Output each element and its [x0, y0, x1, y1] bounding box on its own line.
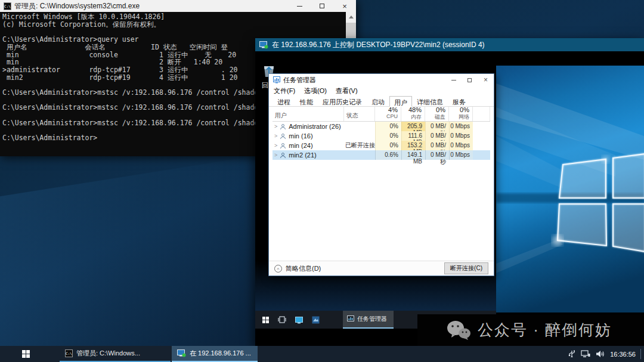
watermark: 公众号 · 醉倒何妨 [417, 314, 644, 346]
taskbar-cmd-label: 管理员: C:\Windows... [76, 349, 140, 358]
column-user[interactable]: ^ 用户 [273, 107, 344, 121]
expand-chevron-icon[interactable]: > [274, 143, 277, 148]
disk-value: 0 MB/秒 [425, 150, 449, 160]
cpu-value: 0% [375, 122, 401, 131]
user-row-administrator[interactable]: > Administrator (26) 0% 205.9 MB 0 MB/秒 … [273, 122, 490, 131]
disconnect-button[interactable]: 断开连接(C) [444, 262, 488, 274]
taskbar-rdp-label: 在 192.168.96.176 ... [190, 349, 251, 358]
volume-icon[interactable] [596, 350, 605, 358]
tab-users[interactable]: 用户 [389, 96, 412, 107]
rdp-session-icon [177, 349, 186, 357]
close-icon: × [342, 2, 347, 10]
cmd-maximize-button[interactable] [311, 0, 333, 12]
cpu-value: 0.6% [375, 150, 401, 160]
windows-logo-icon [22, 350, 30, 358]
pinned-app-icon-2[interactable] [312, 316, 320, 324]
cmd-icon: C:\ [4, 2, 11, 10]
task-manager-title: 任务管理器 [283, 76, 316, 85]
network-value: 0 Mbps [449, 131, 473, 141]
wechat-icon [446, 320, 471, 341]
memory-label: 内存 [404, 113, 422, 121]
memory-total-pct: 48% [404, 106, 422, 113]
details-toggle[interactable]: ^ 简略信息(D) [274, 264, 321, 273]
user-row-min16[interactable]: > min (16) 0% 111.6 MB 0 MB/秒 0 Mbps [273, 131, 490, 141]
taskmgr-close-button[interactable]: × [478, 74, 494, 86]
rdp-window-title: 在 192.168.96.176 上控制 DESKTOP-19BPV22\min… [272, 40, 485, 50]
users-table-header: ^ 用户 状态 4% CPU 48% 内存 0% [273, 107, 490, 122]
cmd-console-text: Microsoft Windows [版本 10.0.19044.1826] (… [2, 13, 271, 142]
disk-total-pct: 0% [428, 106, 445, 113]
scroll-up-icon[interactable] [346, 12, 356, 22]
cpu-total-pct: 4% [378, 106, 398, 113]
user-name: min (16) [289, 132, 312, 140]
remote-start-button[interactable] [262, 317, 269, 323]
column-status[interactable]: 状态 [344, 107, 375, 121]
rdp-session-icon [259, 41, 268, 49]
cmd-window-title: 管理员: C:\Windows\system32\cmd.exe [14, 1, 140, 11]
disk-value: 0 MB/秒 [425, 131, 449, 141]
show-desktop-button[interactable] [640, 349, 641, 359]
remote-taskbar-taskmgr-button[interactable]: 任务管理器 [343, 311, 394, 329]
system-tray: 16:36:56 [568, 346, 636, 362]
tab-details[interactable]: 详细信息 [412, 95, 448, 106]
minimize-icon [451, 80, 456, 81]
tab-startup[interactable]: 启动 [367, 95, 389, 106]
start-button[interactable] [12, 346, 39, 362]
expand-chevron-icon[interactable]: > [274, 133, 277, 139]
close-icon: × [484, 76, 488, 83]
memory-value: 149.1 MB [401, 150, 425, 160]
taskmgr-minimize-button[interactable] [445, 74, 462, 86]
task-manager-icon [347, 315, 354, 323]
remote-wallpaper [496, 66, 644, 313]
network-value: 0 Mbps [449, 150, 473, 160]
network-total-pct: 0% [452, 106, 469, 113]
user-icon [280, 133, 286, 140]
network-label: 网络 [452, 113, 469, 121]
taskbar-rdp-button[interactable]: 在 192.168.96.176 ... [172, 346, 258, 362]
menu-options[interactable]: 选项(O) [304, 86, 327, 95]
column-status-label: 状态 [346, 112, 358, 120]
rdp-shadow-window[interactable]: 在 192.168.96.176 上控制 DESKTOP-19BPV22\min… [255, 38, 644, 346]
column-network[interactable]: 0% 网络 [449, 107, 473, 121]
user-row-min24[interactable]: > min (24) 已断开连接 0% 153.2 MB 0 MB/秒 0 Mb… [273, 141, 490, 150]
user-name: min2 (21) [289, 151, 316, 159]
usb-icon[interactable] [568, 350, 575, 358]
taskbar-clock[interactable]: 16:36:56 [610, 351, 636, 358]
column-cpu[interactable]: 4% CPU [375, 107, 401, 121]
expand-chevron-icon[interactable]: > [274, 152, 277, 158]
column-user-label: 用户 [275, 112, 287, 120]
tab-services[interactable]: 服务 [448, 95, 470, 106]
remote-desktop[interactable]: 回 [255, 51, 644, 346]
menu-file[interactable]: 文件(F) [274, 86, 295, 95]
pinned-app-icon[interactable] [295, 316, 303, 324]
cmd-titlebar[interactable]: C:\ 管理员: C:\Windows\system32\cmd.exe × [0, 0, 356, 12]
taskmgr-maximize-button[interactable] [462, 74, 478, 86]
cmd-close-button[interactable]: × [333, 0, 356, 12]
sort-indicator-icon: ^ [273, 100, 343, 106]
taskbar-cmd-button[interactable]: C:\ 管理员: C:\Windows... [60, 346, 171, 362]
user-icon [280, 152, 286, 159]
taskbar: C:\ 管理员: C:\Windows... 在 192.168.96.176 … [0, 346, 644, 362]
screen: C:\ 管理员: C:\Windows\system32\cmd.exe × M… [0, 0, 644, 362]
user-icon [280, 123, 286, 130]
column-disk[interactable]: 0% 磁盘 [425, 107, 449, 121]
watermark-text: 公众号 · 醉倒何妨 [478, 320, 612, 341]
menu-view[interactable]: 查看(V) [336, 86, 358, 95]
user-icon [280, 143, 286, 149]
task-manager-titlebar[interactable]: 任务管理器 × [269, 74, 494, 86]
task-manager-menubar: 文件(F) 选项(O) 查看(V) [269, 86, 494, 95]
expand-chevron-icon[interactable]: > [274, 123, 277, 129]
user-row-min2-selected[interactable]: > min2 (21) 0.6% 149.1 MB 0 MB/秒 0 Mbps [273, 150, 490, 160]
disk-label: 磁盘 [428, 113, 445, 121]
task-manager-window[interactable]: 任务管理器 × 文件(F) 选项(O) 查看(V) 进程 性能 应用历史记录 [268, 73, 494, 276]
cmd-minimize-button[interactable] [288, 0, 311, 12]
column-memory[interactable]: 48% 内存 [401, 107, 425, 121]
cmd-icon: C:\ [65, 349, 73, 357]
rdp-titlebar[interactable]: 在 192.168.96.176 上控制 DESKTOP-19BPV22\min… [255, 38, 644, 51]
minimize-icon [297, 6, 302, 7]
task-view-icon[interactable] [278, 316, 286, 323]
column-spacer [473, 107, 490, 121]
user-name: min (24) [289, 142, 312, 149]
task-manager-footer: ^ 简略信息(D) 断开连接(C) [269, 261, 494, 276]
network-icon[interactable] [581, 350, 590, 358]
